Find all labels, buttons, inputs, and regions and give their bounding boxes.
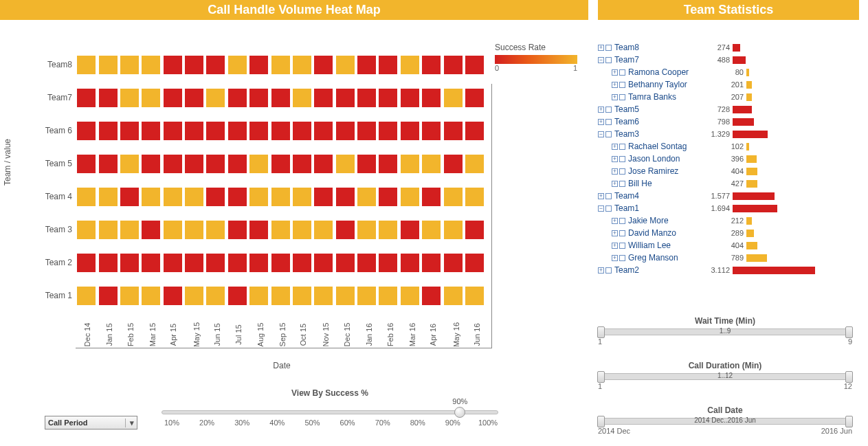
heatmap-cell[interactable] bbox=[422, 56, 441, 74]
expand-icon[interactable]: + bbox=[598, 45, 604, 51]
heatmap-cell[interactable] bbox=[99, 155, 118, 173]
heatmap-cell[interactable] bbox=[401, 188, 419, 206]
slider-knob-min[interactable] bbox=[597, 416, 605, 427]
tree-toggle[interactable]: + bbox=[598, 267, 612, 274]
slider-track[interactable]: 1..9 bbox=[598, 328, 852, 335]
heatmap-cell[interactable] bbox=[444, 254, 463, 272]
heatmap-cell[interactable] bbox=[228, 287, 247, 305]
heatmap-cell[interactable] bbox=[120, 254, 139, 272]
heatmap-cell[interactable] bbox=[228, 56, 247, 74]
heatmap-cell[interactable] bbox=[357, 155, 376, 173]
expand-icon[interactable]: + bbox=[612, 69, 618, 76]
tree-toggle[interactable]: + bbox=[612, 255, 625, 261]
heatmap-cell[interactable] bbox=[422, 188, 441, 206]
heatmap-cell[interactable] bbox=[401, 89, 419, 107]
heatmap-cell[interactable] bbox=[120, 221, 139, 239]
heatmap-cell[interactable] bbox=[185, 254, 203, 272]
heatmap-cell[interactable] bbox=[314, 56, 333, 74]
heatmap-cell[interactable] bbox=[77, 122, 96, 140]
heatmap-cell[interactable] bbox=[164, 89, 182, 107]
view-by-success-slider[interactable]: View By Success % 90% 10%20%30%40%50%60%… bbox=[162, 388, 498, 427]
collapse-icon[interactable]: − bbox=[598, 205, 604, 212]
heatmap-cell[interactable] bbox=[444, 155, 463, 173]
tree-toggle[interactable]: + bbox=[598, 45, 612, 51]
heatmap-cell[interactable] bbox=[401, 155, 419, 173]
slider-knob-min[interactable] bbox=[597, 326, 605, 338]
heatmap-cell[interactable] bbox=[206, 287, 225, 305]
heatmap-cell[interactable] bbox=[164, 221, 182, 239]
team-row[interactable]: +Team41.577 bbox=[598, 190, 859, 202]
heatmap-cell[interactable] bbox=[465, 155, 484, 173]
heatmap-cell[interactable] bbox=[336, 155, 355, 173]
heatmap-cell[interactable] bbox=[422, 221, 441, 239]
heatmap-cell[interactable] bbox=[271, 155, 290, 173]
heatmap-cell[interactable] bbox=[379, 221, 397, 239]
heatmap-cell[interactable] bbox=[142, 56, 160, 74]
person-row[interactable]: +Bill He427 bbox=[598, 177, 859, 190]
tree-toggle[interactable]: + bbox=[612, 69, 625, 76]
heatmap-cell[interactable] bbox=[185, 56, 203, 74]
slider-knob-max[interactable] bbox=[845, 371, 853, 383]
heatmap-cell[interactable] bbox=[164, 56, 182, 74]
heatmap-cell[interactable] bbox=[314, 254, 333, 272]
team-row[interactable]: −Team7488 bbox=[598, 54, 859, 66]
heatmap-cell[interactable] bbox=[99, 89, 118, 107]
expand-icon[interactable]: + bbox=[612, 218, 618, 224]
tree-toggle[interactable]: + bbox=[598, 107, 612, 113]
heatmap-cell[interactable] bbox=[336, 287, 355, 305]
heatmap-cell[interactable] bbox=[444, 221, 463, 239]
heatmap-cell[interactable] bbox=[465, 188, 484, 206]
heatmap-cell[interactable] bbox=[206, 221, 225, 239]
team-row[interactable]: +Team6798 bbox=[598, 115, 859, 128]
heatmap-cell[interactable] bbox=[185, 188, 203, 206]
heatmap-cell[interactable] bbox=[99, 254, 118, 272]
tree-toggle[interactable]: + bbox=[612, 156, 625, 162]
tree-toggle[interactable]: + bbox=[612, 230, 625, 236]
person-row[interactable]: +Bethanny Taylor201 bbox=[598, 78, 859, 91]
heatmap-cell[interactable] bbox=[401, 56, 419, 74]
heatmap-cell[interactable] bbox=[271, 221, 290, 239]
heatmap-cell[interactable] bbox=[99, 56, 118, 74]
heatmap-cell[interactable] bbox=[379, 155, 397, 173]
heatmap-cell[interactable] bbox=[142, 188, 160, 206]
heatmap-cell[interactable] bbox=[142, 89, 160, 107]
heatmap-cell[interactable] bbox=[77, 56, 96, 74]
heatmap-cell[interactable] bbox=[422, 122, 441, 140]
expand-icon[interactable]: + bbox=[612, 243, 618, 249]
heatmap-cell[interactable] bbox=[444, 89, 463, 107]
heatmap-cell[interactable] bbox=[465, 254, 484, 272]
tree-toggle[interactable]: + bbox=[612, 94, 625, 100]
heatmap-cell[interactable] bbox=[293, 89, 311, 107]
heatmap-cell[interactable] bbox=[99, 287, 118, 305]
heatmap-cell[interactable] bbox=[293, 155, 311, 173]
team-row[interactable]: −Team11.694 bbox=[598, 202, 859, 214]
expand-icon[interactable]: + bbox=[598, 119, 604, 125]
person-row[interactable]: +Jose Ramirez404 bbox=[598, 165, 859, 177]
heatmap-cell[interactable] bbox=[422, 254, 441, 272]
heatmap-cell[interactable] bbox=[293, 254, 311, 272]
heatmap-cell[interactable] bbox=[77, 89, 96, 107]
heatmap-cell[interactable] bbox=[379, 122, 397, 140]
heatmap-cell[interactable] bbox=[77, 221, 96, 239]
range-slider[interactable]: Call Date2014 Dec..2016 Jun2014 Dec2016 … bbox=[598, 405, 852, 435]
slider-track[interactable]: 90% bbox=[162, 410, 498, 414]
heatmap-cell[interactable] bbox=[206, 122, 225, 140]
heatmap-cell[interactable] bbox=[336, 254, 355, 272]
heatmap-cell[interactable] bbox=[249, 155, 268, 173]
heatmap-cell[interactable] bbox=[314, 155, 333, 173]
heatmap-cell[interactable] bbox=[185, 122, 203, 140]
heatmap-cell[interactable] bbox=[120, 155, 139, 173]
heatmap-cell[interactable] bbox=[249, 122, 268, 140]
slider-knob-min[interactable] bbox=[597, 371, 605, 383]
heatmap-cell[interactable] bbox=[357, 56, 376, 74]
heatmap-cell[interactable] bbox=[142, 155, 160, 173]
heatmap-cell[interactable] bbox=[249, 287, 268, 305]
heatmap-cell[interactable] bbox=[357, 221, 376, 239]
heatmap-cell[interactable] bbox=[465, 221, 484, 239]
heatmap-cell[interactable] bbox=[314, 89, 333, 107]
tree-toggle[interactable]: + bbox=[612, 181, 625, 187]
tree-toggle[interactable]: − bbox=[598, 57, 612, 63]
heatmap-cell[interactable] bbox=[142, 122, 160, 140]
heatmap-cell[interactable] bbox=[314, 188, 333, 206]
heatmap-cell[interactable] bbox=[120, 122, 139, 140]
